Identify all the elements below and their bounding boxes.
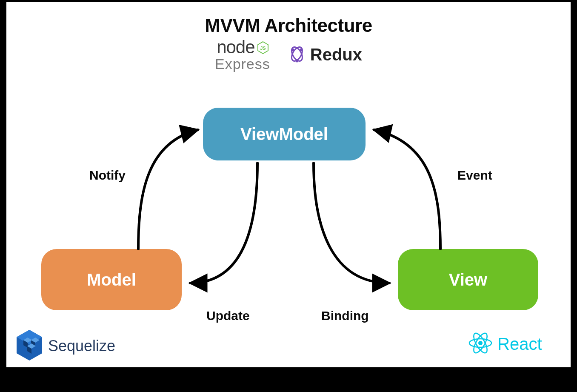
view-label: View [449, 270, 487, 289]
redux-logo: Redux [287, 45, 362, 65]
svg-text:JS: JS [260, 46, 266, 51]
viewmodel-node: ViewModel [203, 108, 366, 160]
react-wordmark: React [497, 335, 542, 354]
sequelize-logo: Sequelize [15, 329, 115, 363]
react-logo: React [468, 332, 542, 356]
svg-point-6 [295, 59, 298, 62]
diagram-title: MVVM Architecture [205, 15, 372, 36]
arrow-notify [138, 130, 198, 249]
viewmodel-label: ViewModel [240, 125, 328, 144]
svg-point-5 [300, 48, 303, 51]
diagram-canvas: MVVM Architecture node JS Express [6, 2, 571, 367]
nodejs-hex-icon: JS [257, 41, 269, 54]
arrow-event [374, 130, 440, 249]
redux-icon [287, 45, 307, 65]
arrow-update [190, 163, 257, 283]
label-binding: Binding [321, 309, 369, 323]
model-node: Model [41, 249, 182, 310]
arrow-binding [314, 163, 389, 283]
label-update: Update [206, 309, 250, 323]
svg-point-4 [291, 48, 294, 51]
sequelize-icon [15, 329, 44, 363]
label-event: Event [457, 168, 492, 183]
node-logo: node JS [217, 37, 268, 57]
tech-logos-top: node JS Express Redux [215, 37, 362, 72]
redux-wordmark: Redux [310, 45, 362, 64]
svg-point-18 [478, 341, 483, 345]
react-icon [468, 332, 493, 356]
view-node: View [398, 249, 538, 310]
node-express-logo: node JS Express [215, 37, 270, 72]
model-label: Model [87, 270, 136, 289]
node-wordmark: node [217, 37, 254, 57]
sequelize-wordmark: Sequelize [48, 337, 115, 355]
express-wordmark: Express [215, 56, 270, 72]
label-notify: Notify [89, 168, 126, 183]
